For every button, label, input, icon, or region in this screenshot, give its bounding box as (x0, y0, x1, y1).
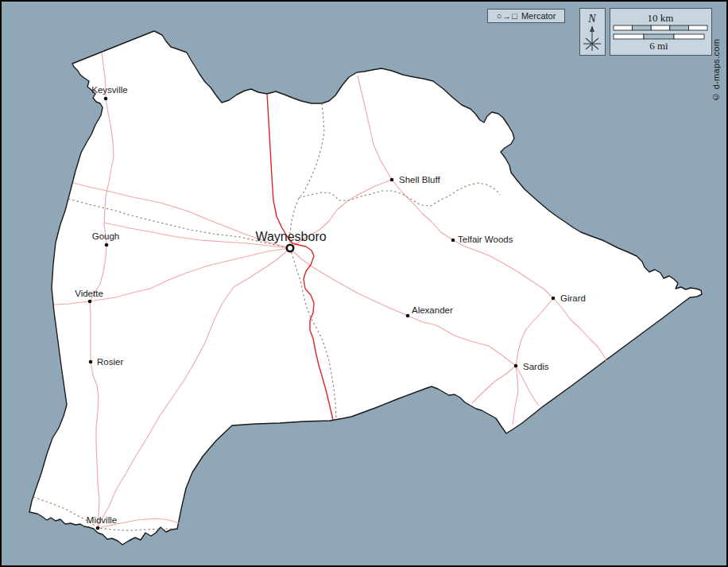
county-map-canvas: WaynesboroKeysvilleGoughVidetteRosierMid… (2, 2, 728, 567)
town-label-shell-bluff: Shell Bluff (399, 175, 440, 184)
scale-box: 10 km 6 mi (610, 8, 712, 56)
scale-mi-bar (614, 34, 704, 39)
town-dot-gough (105, 243, 109, 247)
town-label-rosier: Rosier (97, 357, 123, 367)
town-dot-rosier (89, 360, 93, 364)
town-label-alexander: Alexander (412, 305, 453, 315)
copyright-watermark: © d-maps.com (711, 6, 726, 102)
compass-box: N (579, 8, 606, 56)
town-dot-sardis (514, 364, 518, 368)
scale-bar: 10 km 6 mi (610, 9, 711, 54)
county-seat-marker-waynesboro (287, 245, 293, 251)
town-dot-alexander (406, 314, 410, 318)
town-label-midville: Midville (87, 515, 117, 525)
town-label-telfair-woods: Telfair Woods (458, 235, 513, 244)
town-label-girard: Girard (560, 293, 586, 303)
scale-km-bar (614, 25, 707, 30)
compass-north-label: N (587, 13, 596, 25)
projection-symbols-icon: ○→□ (497, 11, 518, 21)
town-label-keysville: Keysville (91, 85, 127, 95)
town-label-vidette: Vidette (75, 289, 103, 298)
town-label-sardis: Sardis (523, 362, 549, 371)
scale-km-label: 10 km (648, 12, 674, 24)
town-dot-vidette (88, 300, 92, 304)
scale-mi-label: 6 mi (649, 40, 668, 52)
projection-label: Mercator (521, 11, 556, 21)
town-dot-telfair-woods (451, 239, 455, 243)
town-dot-midville (96, 526, 100, 530)
town-dot-keysville (104, 97, 108, 101)
town-dot-girard (552, 297, 556, 301)
town-dot-shell-bluff (390, 178, 394, 182)
projection-badge: ○→□ Mercator (487, 9, 565, 23)
compass-rose-icon: N (580, 9, 604, 54)
town-label-gough: Gough (92, 231, 120, 241)
map-frame: WaynesboroKeysvilleGoughVidetteRosierMid… (0, 0, 728, 567)
town-label-waynesboro: Waynesboro (255, 230, 326, 243)
